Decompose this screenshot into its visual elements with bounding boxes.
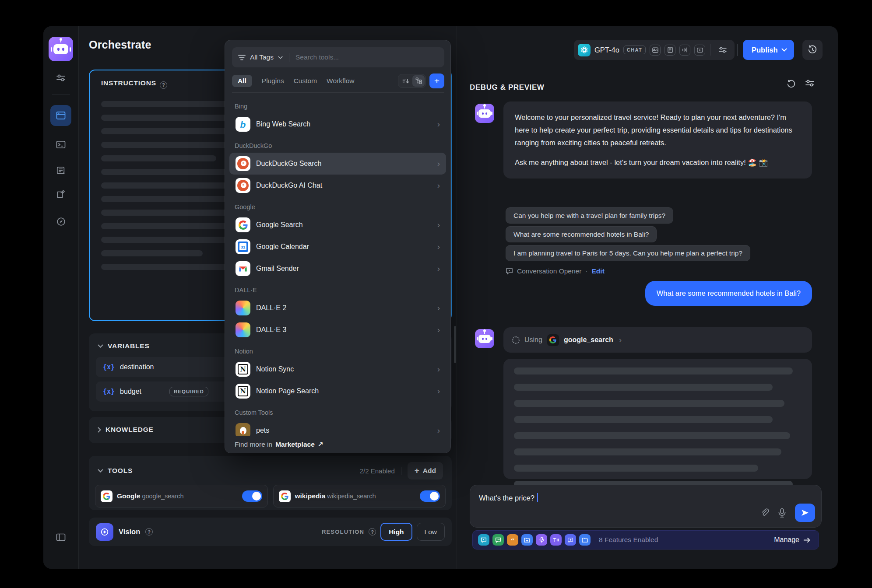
help-icon[interactable]: ? — [369, 528, 376, 536]
user-message: What are some recommended hotels in Bali… — [645, 281, 812, 306]
vision-section: Vision ? RESOLUTION ? High Low — [89, 518, 452, 546]
suggested-question[interactable]: What are some recommended hotels in Bali… — [506, 226, 657, 242]
google-icon — [236, 217, 250, 232]
duckduckgo-icon — [236, 156, 250, 171]
tool-item-notion-page-search[interactable]: N Notion Page Search› — [232, 380, 443, 402]
chevron-right-icon: › — [619, 335, 622, 345]
tool-item-pets[interactable]: pets› — [232, 420, 443, 437]
plus-icon: + — [415, 466, 419, 476]
tool-call-status[interactable]: Using google_search › — [503, 327, 812, 353]
tool-item-notion-sync[interactable]: N Notion Sync› — [232, 358, 443, 380]
page-title: Orchestrate — [89, 38, 151, 51]
video-capability-icon — [694, 45, 705, 56]
tools-enabled-count: 2/2 Enabled — [360, 467, 395, 475]
tool-item-duckduckgo-ai-chat[interactable]: DuckDuckGo AI Chat› — [232, 175, 443, 196]
sidebar-item-terminal[interactable] — [51, 135, 70, 154]
tool-card-wikipedia-search[interactable]: wikipediawikipedia_search — [273, 485, 446, 508]
tool-card-google-search[interactable]: Googlegoogle_search — [95, 485, 268, 508]
microphone-icon[interactable] — [778, 508, 786, 518]
app-logo-robot-icon[interactable] — [49, 37, 73, 61]
google-search-toggle[interactable] — [242, 490, 262, 502]
instructions-title: INSTRUCTIONS — [101, 79, 156, 87]
tab-workflow[interactable]: Workflow — [327, 77, 354, 85]
chevron-right-icon: › — [437, 386, 440, 396]
document-capability-icon — [665, 45, 675, 56]
vision-icon — [96, 523, 113, 541]
preview-settings-sliders-icon[interactable] — [805, 80, 814, 87]
folder-upload-icon[interactable] — [521, 534, 533, 546]
sidebar-item-apps-active[interactable] — [50, 105, 71, 126]
assistant-response-loading — [503, 359, 812, 479]
tool-item-bing-web-search[interactable]: b Bing Web Search› — [232, 113, 443, 135]
tab-custom[interactable]: Custom — [294, 77, 317, 85]
model-selector[interactable]: GPT-4o CHAT — [574, 40, 735, 60]
history-button[interactable] — [802, 40, 823, 60]
chevron-down-icon — [278, 56, 283, 59]
pets-icon — [236, 423, 250, 437]
tool-item-dalle-3[interactable]: DALL·E 3› — [232, 319, 443, 341]
tool-item-duckduckgo-search[interactable]: DuckDuckGo Search› — [229, 153, 446, 175]
publish-button[interactable]: Publish — [743, 40, 794, 60]
group-label-custom-tools: Custom Tools — [232, 402, 443, 420]
add-custom-tool-button[interactable]: + — [429, 74, 444, 88]
dalle-icon — [236, 301, 250, 315]
tool-item-google-calendar[interactable]: 31 Google Calendar› — [232, 236, 443, 258]
microphone-icon[interactable] — [536, 534, 547, 546]
tab-all[interactable]: All — [232, 75, 252, 87]
scrollbar-thumb[interactable] — [454, 326, 456, 363]
send-button[interactable] — [795, 504, 815, 522]
sidebar-item-logs[interactable] — [51, 161, 70, 180]
variable-token-icon: {x} — [103, 388, 115, 396]
resolution-low-button[interactable]: Low — [417, 523, 445, 541]
sidebar-item-explore[interactable] — [51, 212, 70, 231]
arrow-right-icon — [803, 537, 811, 543]
wikipedia-tool-icon — [279, 490, 291, 502]
variable-token-icon: {x} — [103, 363, 115, 371]
left-icon-rail — [43, 26, 79, 569]
external-link-arrow-icon: ↗ — [318, 441, 323, 448]
help-icon[interactable]: ? — [145, 528, 153, 536]
duckduckgo-icon — [236, 178, 250, 193]
suggested-question[interactable]: I am planning travel to Paris for 5 days… — [506, 245, 750, 261]
tool-item-google-search[interactable]: Google Search› — [232, 214, 443, 236]
annotation-bubble-icon[interactable] — [478, 534, 489, 546]
restart-icon[interactable] — [787, 80, 796, 89]
settings-sliders-icon[interactable] — [51, 68, 70, 88]
app-window: Orchestrate GPT-4o CHAT Publish INS — [43, 26, 838, 569]
help-icon[interactable]: ? — [160, 81, 167, 89]
assistant-avatar — [475, 329, 494, 348]
chevron-right-icon: › — [437, 181, 440, 190]
suggested-question[interactable]: Can you help me with a travel plan for f… — [506, 207, 673, 224]
tool-item-gmail-sender[interactable]: Gmail Sender› — [232, 258, 443, 280]
resolution-label: RESOLUTION — [322, 528, 364, 535]
dots-bubble-icon[interactable] — [492, 534, 504, 546]
attachment-icon[interactable] — [760, 508, 769, 518]
group-label-duckduckgo: DuckDuckGo — [232, 135, 443, 153]
quote-icon[interactable]: “ — [507, 534, 518, 546]
manage-features-link[interactable]: Manage — [774, 536, 813, 544]
sort-list-icon[interactable] — [399, 75, 411, 87]
model-config-sliders-icon[interactable] — [715, 42, 730, 57]
group-by-provider-icon[interactable] — [412, 75, 425, 87]
required-badge: REQUIRED — [169, 387, 208, 396]
collapse-sidebar-icon[interactable] — [51, 528, 70, 547]
folder-icon[interactable] — [579, 534, 591, 546]
resolution-high-button[interactable]: High — [380, 523, 412, 541]
chat-input[interactable]: What's the price? — [470, 485, 822, 528]
tab-plugins[interactable]: Plugins — [262, 77, 284, 85]
search-tools-input[interactable] — [295, 53, 438, 61]
tool-item-dalle-2[interactable]: DALL·E 2› — [232, 297, 443, 319]
wikipedia-search-toggle[interactable] — [420, 490, 440, 502]
add-tool-button[interactable]: +Add — [408, 462, 443, 480]
tool-list: Bing b Bing Web Search› DuckDuckGo DuckD… — [225, 96, 450, 437]
sidebar-item-notes[interactable] — [51, 185, 70, 204]
marketplace-footer[interactable]: Find more in Marketplace ↗ — [225, 436, 450, 453]
all-tags-filter[interactable]: All Tags — [250, 53, 274, 61]
chevron-right-icon: › — [437, 325, 440, 335]
chat-lightning-icon[interactable] — [565, 534, 576, 546]
text-to-audio-icon[interactable] — [550, 534, 562, 546]
edit-opener-link[interactable]: Edit — [592, 267, 605, 275]
group-label-dalle: DALL·E — [232, 280, 443, 297]
chevron-right-icon: › — [437, 264, 440, 273]
google-calendar-icon: 31 — [236, 239, 250, 254]
